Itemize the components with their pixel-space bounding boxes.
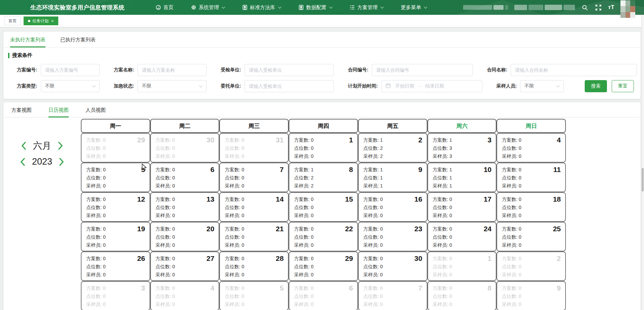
scrollbar-track[interactable] — [641, 15, 644, 310]
day-number: 4 — [557, 136, 561, 144]
calendar-day-cell[interactable]: 方案数: 0点位数: 0采样员: 022 — [289, 222, 358, 251]
calendar-day-cell[interactable]: 方案数: 0点位数: 0采样员: 013 — [150, 192, 220, 222]
inspected-unit-input[interactable] — [245, 64, 334, 76]
calendar-day-cell[interactable]: 方案数: 0点位数: 0采样员: 01 — [427, 251, 497, 281]
nav-item-1[interactable]: 首页 — [148, 0, 181, 15]
calendar-day-cell[interactable]: 方案数: 0点位数: 0采样员: 012 — [81, 192, 150, 222]
plan-type-select[interactable]: 不限 — [41, 80, 100, 92]
tab-plan-list-1[interactable]: 未执行方案列表 — [10, 32, 45, 47]
calendar-day-cell[interactable]: 方案数: 0点位数: 0采样员: 09 — [496, 281, 566, 310]
calendar-day-cell[interactable]: 方案数: 0点位数: 0采样员: 02 — [496, 251, 566, 281]
client-unit-input[interactable] — [245, 80, 334, 92]
plans-count-line: 方案数: 0 — [225, 166, 284, 174]
samplers-count-line: 采样员: 0 — [225, 241, 284, 249]
calendar-day-cell[interactable]: 方案数: 1点位数: 2采样员: 28 — [289, 163, 358, 192]
next-month-icon[interactable] — [57, 141, 63, 150]
points-count-line: 点位数: 3 — [433, 144, 492, 152]
chevron-down-icon — [92, 83, 96, 87]
calendar-day-cell[interactable]: 方案数: 0点位数: 0采样员: 011 — [496, 163, 566, 192]
chevron-down-icon — [556, 83, 560, 87]
calendar-day-cell[interactable]: 方案数: 0点位数: 0采样员: 023 — [358, 222, 427, 251]
calendar-day-cell[interactable]: 方案数: 0点位数: 0采样员: 016 — [358, 192, 427, 222]
day-number: 20 — [206, 225, 214, 233]
calendar-day-cell[interactable]: 方案数: 0点位数: 0采样员: 027 — [150, 251, 220, 281]
calendar-day-cell[interactable]: 方案数: 1点位数: 2采样员: 22 — [358, 133, 427, 163]
tab-chip-1[interactable]: 首页 — [4, 16, 21, 25]
calendar-day-cell[interactable]: 方案数: 0点位数: 0采样员: 05 — [81, 163, 150, 192]
day-number: 18 — [553, 195, 561, 203]
calendar-day-cell[interactable]: 方案数: 0点位数: 0采样员: 01 — [289, 133, 358, 163]
calendar-day-cell[interactable]: 方案数: 0点位数: 0采样员: 029 — [81, 133, 150, 163]
calendar-day-cell[interactable]: 方案数: 0点位数: 0采样员: 07 — [358, 281, 427, 310]
search-button[interactable]: 搜索 — [585, 80, 607, 92]
calendar-day-cell[interactable]: 方案数: 0点位数: 0采样员: 031 — [219, 133, 289, 163]
calendar-day-cell[interactable]: 方案数: 0点位数: 0采样员: 030 — [358, 251, 427, 281]
calendar-day-cell[interactable]: 方案数: 0点位数: 0采样员: 017 — [427, 192, 497, 222]
contract-name-input[interactable] — [511, 64, 637, 76]
plans-count-line: 方案数: 0 — [502, 254, 561, 263]
samplers-count-line: 采样员: 0 — [363, 300, 423, 308]
sampler-value: 不限 — [524, 83, 534, 89]
nav-item-2[interactable]: 系统管理 — [184, 0, 232, 15]
contract-code-input[interactable] — [372, 64, 473, 76]
close-icon[interactable]: × — [51, 19, 54, 24]
font-size-icon[interactable]: тT — [608, 4, 614, 11]
view-tab-2[interactable]: 日历视图 — [49, 102, 69, 117]
calendar-day-cell[interactable]: 方案数: 0点位数: 0采样员: 018 — [496, 192, 566, 222]
urgent-status-select[interactable]: 不限 — [137, 80, 206, 92]
avatar[interactable] — [620, 0, 635, 18]
points-count-line: 点位数: 0 — [294, 292, 353, 300]
calendar-day-cell[interactable]: 方案数: 0点位数: 0采样员: 06 — [150, 163, 220, 192]
calendar-day-cell[interactable]: 方案数: 0点位数: 0采样员: 06 — [289, 281, 358, 310]
search-icon[interactable] — [581, 4, 588, 11]
calendar-day-cell[interactable]: 方案数: 0点位数: 0采样员: 015 — [289, 192, 358, 222]
calendar-day-cell[interactable]: 方案数: 0点位数: 0采样员: 024 — [427, 222, 497, 251]
calendar-day-cell[interactable]: 方案数: 0点位数: 0采样员: 020 — [150, 222, 220, 251]
plan-code-input[interactable] — [41, 64, 100, 76]
points-count-line: 点位数: 0 — [86, 292, 146, 300]
calendar-day-cell[interactable]: 方案数: 1点位数: 1采样员: 110 — [427, 163, 497, 192]
plans-count-line: 方案数: 0 — [86, 166, 146, 174]
tab-chip-2[interactable]: 任务计划× — [24, 16, 58, 25]
calendar-day-cell[interactable]: 方案数: 0点位数: 0采样员: 021 — [219, 222, 289, 251]
calendar-day-cell[interactable]: 方案数: 1点位数: 3采样员: 33 — [427, 133, 497, 163]
calendar-day-cell[interactable]: 方案数: 0点位数: 0采样员: 08 — [427, 281, 497, 310]
calendar-day-cell[interactable]: 方案数: 0点位数: 0采样员: 04 — [496, 133, 566, 163]
calendar-day-cell[interactable]: 方案数: 1点位数: 1采样员: 19 — [358, 163, 427, 192]
points-count-line: 点位数: 0 — [225, 292, 284, 300]
calendar-day-cell[interactable]: 方案数: 0点位数: 0采样员: 019 — [81, 222, 150, 251]
samplers-count-line: 采样员: 1 — [363, 182, 423, 190]
view-tab-1[interactable]: 方案视图 — [11, 102, 32, 117]
calendar-day-cell[interactable]: 方案数: 0点位数: 0采样员: 03 — [81, 281, 150, 310]
tab-plan-list-2[interactable]: 已执行方案列表 — [60, 32, 96, 47]
view-tab-3[interactable]: 人员视图 — [86, 102, 106, 117]
next-year-icon[interactable] — [58, 158, 64, 166]
calendar-day-cell[interactable]: 方案数: 0点位数: 0采样员: 014 — [219, 192, 289, 222]
nav-item-6[interactable]: 更多菜单 — [393, 0, 434, 15]
calendar-day-cell[interactable]: 方案数: 0点位数: 0采样员: 028 — [219, 251, 289, 281]
filter-row-2: 方案类型:不限加急状态:不限委托单位:计划开始时间:开始日期-结束日期采样人员:… — [3, 78, 641, 94]
calendar-day-cell[interactable]: 方案数: 0点位数: 0采样员: 030 — [150, 133, 220, 163]
plan-name-input[interactable] — [137, 64, 206, 76]
scrollbar-thumb[interactable] — [642, 168, 644, 192]
fullscreen-icon[interactable] — [594, 4, 602, 11]
sampler-select[interactable]: 不限 — [520, 80, 564, 92]
calendar-day-cell[interactable]: 方案数: 0点位数: 0采样员: 07 — [219, 163, 289, 192]
calendar-day-cell[interactable]: 方案数: 0点位数: 0采样员: 04 — [150, 281, 220, 310]
calendar-day-cell[interactable]: 方案数: 0点位数: 0采样员: 025 — [496, 222, 566, 251]
plan-start-time-daterange[interactable]: 开始日期-结束日期 — [381, 80, 482, 92]
nav-item-5[interactable]: 方案管理 — [342, 0, 391, 15]
nav-item-4[interactable]: 数据配置 — [291, 0, 340, 15]
chevron-down-icon — [199, 83, 203, 87]
calendar-day-cell[interactable]: 方案数: 0点位数: 0采样员: 05 — [219, 281, 289, 310]
points-count-line: 点位数: 0 — [502, 144, 561, 152]
plans-count-line: 方案数: 0 — [156, 284, 215, 292]
nav-item-3[interactable]: 标准方法库 — [235, 0, 288, 15]
calendar-day-cell[interactable]: 方案数: 0点位数: 0采样员: 029 — [289, 251, 358, 281]
prev-year-icon[interactable] — [20, 158, 26, 166]
calendar-day-cell[interactable]: 方案数: 0点位数: 0采样员: 026 — [81, 251, 150, 281]
reset-button[interactable]: 重置 — [612, 80, 634, 92]
day-number: 7 — [418, 284, 422, 292]
dashboard-icon — [156, 5, 161, 10]
prev-month-icon[interactable] — [21, 141, 27, 150]
